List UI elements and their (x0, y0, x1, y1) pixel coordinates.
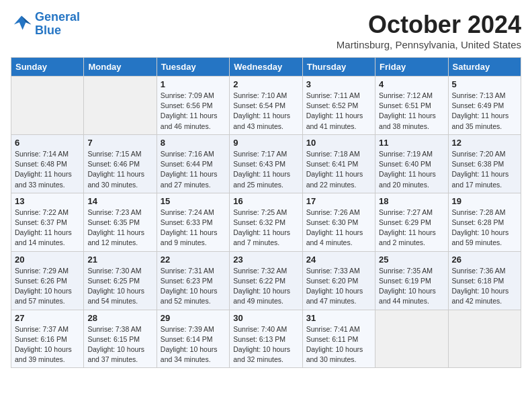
calendar-day-cell: 8Sunrise: 7:16 AM Sunset: 6:44 PM Daylig… (157, 134, 229, 193)
day-number: 16 (233, 196, 298, 206)
calendar-day-cell (84, 77, 157, 135)
header: General Blue October 2024 Martinsburg, P… (11, 11, 521, 50)
calendar-day-cell: 16Sunrise: 7:25 AM Sunset: 6:32 PM Dayli… (230, 193, 302, 251)
calendar-day-cell: 31Sunrise: 7:41 AM Sunset: 6:11 PM Dayli… (302, 310, 375, 368)
location: Martinsburg, Pennsylvania, United States (337, 39, 521, 50)
weekday-header-row: SundayMondayTuesdayWednesdayThursdayFrid… (11, 58, 521, 77)
calendar-day-cell: 24Sunrise: 7:33 AM Sunset: 6:20 PM Dayli… (302, 251, 375, 310)
day-number: 12 (452, 138, 517, 148)
calendar-day-cell: 22Sunrise: 7:31 AM Sunset: 6:23 PM Dayli… (157, 251, 229, 310)
logo-text: General Blue (35, 11, 80, 38)
calendar-day-cell: 14Sunrise: 7:23 AM Sunset: 6:35 PM Dayli… (84, 193, 157, 251)
calendar-day-cell (375, 310, 448, 368)
day-detail: Sunrise: 7:16 AM Sunset: 6:44 PM Dayligh… (161, 149, 226, 190)
logo-bird-icon (11, 15, 32, 34)
calendar-day-cell: 25Sunrise: 7:35 AM Sunset: 6:19 PM Dayli… (375, 251, 448, 310)
weekday-header-cell: Friday (375, 58, 448, 77)
weekday-header-cell: Tuesday (157, 58, 229, 77)
calendar-day-cell: 3Sunrise: 7:11 AM Sunset: 6:52 PM Daylig… (302, 77, 375, 135)
calendar-day-cell (448, 310, 521, 368)
day-detail: Sunrise: 7:24 AM Sunset: 6:33 PM Dayligh… (161, 208, 226, 248)
day-detail: Sunrise: 7:31 AM Sunset: 6:23 PM Dayligh… (161, 266, 226, 307)
day-number: 10 (306, 138, 371, 148)
calendar-day-cell: 29Sunrise: 7:39 AM Sunset: 6:14 PM Dayli… (157, 310, 229, 368)
day-number: 23 (233, 255, 298, 265)
day-detail: Sunrise: 7:18 AM Sunset: 6:41 PM Dayligh… (306, 149, 371, 190)
day-number: 28 (87, 313, 152, 323)
calendar-day-cell: 9Sunrise: 7:17 AM Sunset: 6:43 PM Daylig… (230, 134, 302, 193)
day-detail: Sunrise: 7:23 AM Sunset: 6:35 PM Dayligh… (87, 208, 152, 248)
calendar-body: 1Sunrise: 7:09 AM Sunset: 6:56 PM Daylig… (11, 77, 521, 368)
calendar-week-row: 13Sunrise: 7:22 AM Sunset: 6:37 PM Dayli… (11, 193, 521, 251)
day-number: 15 (161, 196, 226, 206)
day-detail: Sunrise: 7:22 AM Sunset: 6:37 PM Dayligh… (15, 208, 80, 248)
calendar-day-cell: 23Sunrise: 7:32 AM Sunset: 6:22 PM Dayli… (230, 251, 302, 310)
calendar-day-cell: 27Sunrise: 7:37 AM Sunset: 6:16 PM Dayli… (11, 310, 84, 368)
day-number: 17 (306, 196, 371, 206)
weekday-header-cell: Thursday (302, 58, 375, 77)
day-detail: Sunrise: 7:41 AM Sunset: 6:11 PM Dayligh… (306, 324, 371, 365)
day-number: 4 (379, 79, 444, 89)
weekday-header-cell: Sunday (11, 58, 84, 77)
day-number: 3 (306, 79, 371, 89)
day-number: 26 (452, 255, 517, 265)
day-detail: Sunrise: 7:36 AM Sunset: 6:18 PM Dayligh… (452, 266, 517, 307)
calendar-day-cell: 1Sunrise: 7:09 AM Sunset: 6:56 PM Daylig… (157, 77, 229, 135)
calendar-day-cell: 7Sunrise: 7:15 AM Sunset: 6:46 PM Daylig… (84, 134, 157, 193)
title-block: October 2024 Martinsburg, Pennsylvania, … (337, 11, 521, 50)
day-detail: Sunrise: 7:33 AM Sunset: 6:20 PM Dayligh… (306, 266, 371, 307)
day-detail: Sunrise: 7:25 AM Sunset: 6:32 PM Dayligh… (233, 208, 298, 248)
logo-line2: Blue (35, 24, 61, 37)
day-number: 1 (161, 79, 226, 89)
day-detail: Sunrise: 7:17 AM Sunset: 6:43 PM Dayligh… (233, 149, 298, 190)
calendar-day-cell: 2Sunrise: 7:10 AM Sunset: 6:54 PM Daylig… (230, 77, 302, 135)
day-number: 20 (15, 255, 80, 265)
calendar-week-row: 20Sunrise: 7:29 AM Sunset: 6:26 PM Dayli… (11, 251, 521, 310)
day-number: 27 (15, 313, 80, 323)
day-detail: Sunrise: 7:37 AM Sunset: 6:16 PM Dayligh… (15, 324, 80, 365)
calendar-day-cell: 5Sunrise: 7:13 AM Sunset: 6:49 PM Daylig… (448, 77, 521, 135)
weekday-header-cell: Wednesday (230, 58, 302, 77)
day-number: 29 (161, 313, 226, 323)
day-number: 31 (306, 313, 371, 323)
day-number: 18 (379, 196, 444, 206)
calendar-day-cell: 4Sunrise: 7:12 AM Sunset: 6:51 PM Daylig… (375, 77, 448, 135)
calendar-day-cell: 6Sunrise: 7:14 AM Sunset: 6:48 PM Daylig… (11, 134, 84, 193)
day-number: 8 (161, 138, 226, 148)
day-detail: Sunrise: 7:30 AM Sunset: 6:25 PM Dayligh… (87, 266, 152, 307)
month-title: October 2024 (337, 11, 521, 39)
day-number: 19 (452, 196, 517, 206)
day-detail: Sunrise: 7:09 AM Sunset: 6:56 PM Dayligh… (161, 91, 226, 132)
calendar-day-cell: 20Sunrise: 7:29 AM Sunset: 6:26 PM Dayli… (11, 251, 84, 310)
day-number: 24 (306, 255, 371, 265)
day-detail: Sunrise: 7:14 AM Sunset: 6:48 PM Dayligh… (15, 149, 80, 190)
calendar-week-row: 6Sunrise: 7:14 AM Sunset: 6:48 PM Daylig… (11, 134, 521, 193)
day-detail: Sunrise: 7:35 AM Sunset: 6:19 PM Dayligh… (379, 266, 444, 307)
calendar-day-cell: 19Sunrise: 7:28 AM Sunset: 6:28 PM Dayli… (448, 193, 521, 251)
day-number: 13 (15, 196, 80, 206)
day-detail: Sunrise: 7:38 AM Sunset: 6:15 PM Dayligh… (87, 324, 152, 365)
day-detail: Sunrise: 7:26 AM Sunset: 6:30 PM Dayligh… (306, 208, 371, 248)
day-number: 5 (452, 79, 517, 89)
day-detail: Sunrise: 7:15 AM Sunset: 6:46 PM Dayligh… (87, 149, 152, 190)
calendar-day-cell: 30Sunrise: 7:40 AM Sunset: 6:13 PM Dayli… (230, 310, 302, 368)
day-number: 6 (15, 138, 80, 148)
day-detail: Sunrise: 7:10 AM Sunset: 6:54 PM Dayligh… (233, 91, 298, 132)
calendar-day-cell: 15Sunrise: 7:24 AM Sunset: 6:33 PM Dayli… (157, 193, 229, 251)
day-detail: Sunrise: 7:11 AM Sunset: 6:52 PM Dayligh… (306, 91, 371, 132)
day-detail: Sunrise: 7:19 AM Sunset: 6:40 PM Dayligh… (379, 149, 444, 190)
calendar-day-cell: 11Sunrise: 7:19 AM Sunset: 6:40 PM Dayli… (375, 134, 448, 193)
day-detail: Sunrise: 7:40 AM Sunset: 6:13 PM Dayligh… (233, 324, 298, 365)
day-detail: Sunrise: 7:27 AM Sunset: 6:29 PM Dayligh… (379, 208, 444, 248)
calendar-day-cell: 18Sunrise: 7:27 AM Sunset: 6:29 PM Dayli… (375, 193, 448, 251)
calendar-day-cell: 26Sunrise: 7:36 AM Sunset: 6:18 PM Dayli… (448, 251, 521, 310)
calendar-week-row: 27Sunrise: 7:37 AM Sunset: 6:16 PM Dayli… (11, 310, 521, 368)
day-number: 30 (233, 313, 298, 323)
day-detail: Sunrise: 7:39 AM Sunset: 6:14 PM Dayligh… (161, 324, 226, 365)
calendar-day-cell: 28Sunrise: 7:38 AM Sunset: 6:15 PM Dayli… (84, 310, 157, 368)
day-number: 11 (379, 138, 444, 148)
day-number: 9 (233, 138, 298, 148)
day-number: 2 (233, 79, 298, 89)
weekday-header-cell: Saturday (448, 58, 521, 77)
calendar-week-row: 1Sunrise: 7:09 AM Sunset: 6:56 PM Daylig… (11, 77, 521, 135)
